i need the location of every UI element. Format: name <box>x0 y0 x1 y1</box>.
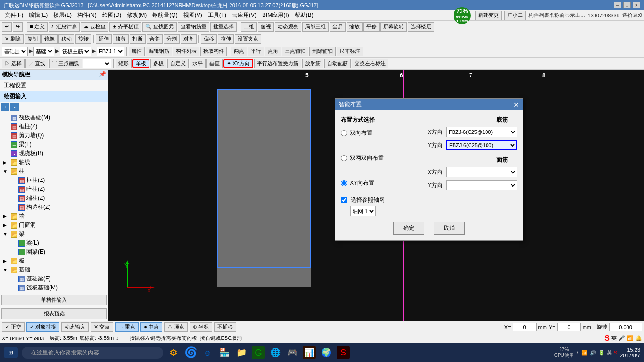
taskbar-icon-1[interactable]: ⚙ <box>167 346 180 359</box>
taskbar-icon-world[interactable]: 🌍 <box>320 346 333 359</box>
ok-button[interactable]: 确定 <box>393 222 424 235</box>
custom-btn[interactable]: 自定义 <box>167 59 189 68</box>
snap-object[interactable]: ✓ 对象捕捉 <box>26 322 59 332</box>
trim-btn[interactable]: 修剪 <box>113 34 129 44</box>
menu-modify[interactable]: 修改(M) <box>124 10 149 20</box>
taskbar-icon-green[interactable]: G <box>252 346 265 359</box>
mirror-btn[interactable]: 镜像 <box>41 34 58 44</box>
top-view-btn[interactable]: 俯视 <box>258 22 274 32</box>
tree-item-beam[interactable]: ─ 梁(L) <box>1 140 107 149</box>
taskbar-icon-2[interactable]: 🌀 <box>184 346 197 359</box>
two-points-btn[interactable]: 两点 <box>231 47 247 56</box>
bottom-x-select[interactable]: FBZJ-6(C25@100) <box>446 127 517 137</box>
auto-rebar-btn[interactable]: 自动配筋 <box>324 59 351 68</box>
bottom-y-select[interactable]: FBZJ-6(C25@100) <box>446 140 517 150</box>
property-btn[interactable]: 属性 <box>129 47 145 56</box>
single-input-btn[interactable]: 单构件输入 <box>1 295 107 305</box>
radio-xy-input[interactable] <box>341 180 347 186</box>
merge-btn[interactable]: 合并 <box>147 34 163 44</box>
tree-item-cast-board[interactable]: ▪ 现浇板(B) <box>1 149 107 158</box>
menu-rebar[interactable]: 钢筋量(Q) <box>149 10 180 20</box>
menu-cloud[interactable]: 云应用(V) <box>229 10 259 20</box>
tray-sound[interactable]: 🔊 <box>590 350 596 356</box>
undo-btn[interactable]: ↩ <box>2 22 12 32</box>
tree-item-kz[interactable]: ▤ 框柱(Z) <box>8 176 107 185</box>
pan-btn[interactable]: 平移 <box>363 22 380 32</box>
snap-midpoint[interactable]: ● 中点 <box>140 322 162 332</box>
tree-item-az[interactable]: ▤ 暗柱(Z) <box>8 185 107 194</box>
rotate-btn[interactable]: 屏幕旋转 <box>380 22 407 32</box>
move-btn[interactable]: 移动 <box>58 34 74 44</box>
canvas-inner[interactable]: 5 6 7 8 Y X 智能布置 ✕ <box>108 70 644 321</box>
tree-item-shear-wall[interactable]: ▤ 剪力墙(Q) <box>1 131 107 140</box>
define-btn[interactable]: ■ 定义 <box>27 22 48 32</box>
top-x-select[interactable] <box>446 167 517 177</box>
line-btn[interactable]: ╱ 直线 <box>25 59 48 68</box>
radio-double-net-dir[interactable]: 双网双向布置 <box>341 153 416 164</box>
menu-help[interactable]: 帮助(B) <box>292 10 316 20</box>
2d-btn[interactable]: 二维 <box>241 22 257 32</box>
shape-select[interactable] <box>83 59 111 68</box>
taskbar-icon-globe[interactable]: 🌐 <box>269 346 282 359</box>
sidebar-work-settings[interactable]: 工程设置 <box>0 80 108 91</box>
snap-toppoint[interactable]: △ 顶点 <box>164 322 188 332</box>
redo-btn[interactable]: ↪ <box>13 22 23 32</box>
edit-rebar-btn[interactable]: 编辑钢筋 <box>146 47 172 56</box>
menu-file[interactable]: 文件(F) <box>2 10 26 20</box>
align-btn[interactable]: 对齐 <box>181 34 197 44</box>
taskbar-icon-chart[interactable]: 📊 <box>303 346 316 359</box>
copy-btn[interactable]: 复制 <box>25 34 41 44</box>
taskbar-icon-s[interactable]: S <box>337 346 350 359</box>
point-angle-btn[interactable]: 点角 <box>265 47 281 56</box>
menu-edit[interactable]: 编辑(E) <box>26 10 50 20</box>
radio-double-net-input[interactable] <box>341 155 347 161</box>
select-floor-btn[interactable]: 选择楼层 <box>408 22 434 32</box>
tree-item-fbj[interactable]: ▦ 筏板基础(M) <box>8 283 107 292</box>
cloud-check-btn[interactable]: ☁ 云检查 <box>81 22 108 32</box>
rect-btn[interactable]: 矩形 <box>116 59 132 68</box>
radial-rebar-btn[interactable]: 放射筋 <box>302 59 323 68</box>
snap-intersection[interactable]: ✕ 交点 <box>91 322 113 332</box>
grip-btn[interactable]: 设置夹点 <box>235 34 261 44</box>
menu-view[interactable]: 视图(V) <box>181 10 205 20</box>
zoom-btn[interactable]: 缩放 <box>347 22 363 32</box>
horizontal-btn[interactable]: 水平 <box>190 59 206 68</box>
sidebar-plus-btn[interactable]: + <box>1 103 9 111</box>
taskbar-icon-game[interactable]: 🎮 <box>286 346 299 359</box>
y-input[interactable] <box>557 323 581 331</box>
report-preview-btn[interactable]: 报表预览 <box>1 308 107 319</box>
tree-item-col-group[interactable]: ▼ 📂 柱 <box>1 167 107 176</box>
sidebar-minus-btn[interactable]: - <box>10 103 19 111</box>
align-top-btn[interactable]: ⊞ 齐平板顶 <box>109 22 141 32</box>
local-3d-btn[interactable]: 局部三维 <box>302 22 329 32</box>
multi-board-btn[interactable]: 多板 <box>150 59 166 68</box>
tree-item-wall[interactable]: ▶ 📁 墙 <box>1 212 107 221</box>
select-btn[interactable]: ▷ 选择 <box>2 59 25 68</box>
code-select[interactable]: FBZJ-1 <box>97 47 124 56</box>
dialog-close-btn[interactable]: ✕ <box>513 101 519 108</box>
batch-select-btn[interactable]: 批量选择 <box>210 22 237 32</box>
tree-item-gjz[interactable]: ▤ 构造柱(Z) <box>8 203 107 212</box>
single-board-btn[interactable]: 单板 <box>132 59 149 68</box>
sidebar-pin[interactable]: 📌 <box>99 71 106 79</box>
tray-arrow[interactable]: ∧ <box>576 350 579 356</box>
taskbar-icon-folder[interactable]: 📁 <box>235 346 248 359</box>
new-change-btn[interactable]: 新建变更 <box>475 11 502 20</box>
menu-bim[interactable]: BIM应用(I) <box>259 10 292 20</box>
structure-select[interactable]: 基础 <box>33 47 54 56</box>
radio-double-dir-input[interactable] <box>341 130 347 136</box>
delete-axis-btn[interactable]: 删除辅轴 <box>309 47 336 56</box>
taskbar-icon-store[interactable]: 🏪 <box>218 346 231 359</box>
three-point-axis-btn[interactable]: 三点辅轴 <box>282 47 308 56</box>
pick-component-btn[interactable]: 拾取构件 <box>200 47 227 56</box>
tree-item-axis[interactable]: ▶ 📁 轴线 <box>1 158 107 167</box>
tree-item-jcl[interactable]: ▦ 基础梁(F) <box>8 274 107 283</box>
guang-er-btn[interactable]: 广小二 <box>504 11 526 20</box>
axis-select[interactable]: 轴网-1 <box>350 206 376 216</box>
tray-lang[interactable]: 英 <box>607 349 612 356</box>
vertical-btn[interactable]: 垂直 <box>206 59 223 68</box>
tree-item-liang[interactable]: ─ 梁(L) <box>8 239 107 247</box>
tree-item-frame-col[interactable]: ▤ 框柱(Z) <box>1 122 107 131</box>
taskbar-icon-ie[interactable]: e <box>201 346 214 359</box>
stretch-btn[interactable]: 拉伸 <box>218 34 234 44</box>
